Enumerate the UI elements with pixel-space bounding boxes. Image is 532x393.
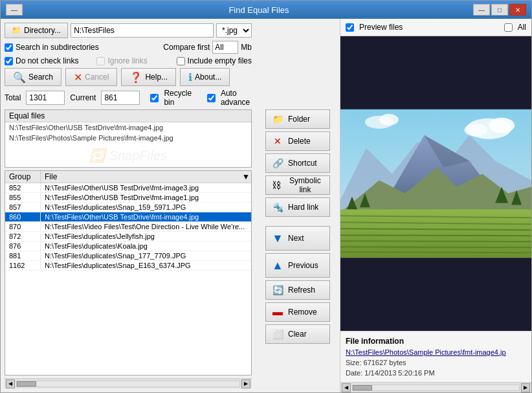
- scroll-right-arrow[interactable]: ▶: [241, 379, 250, 388]
- folder-action-icon: 📁: [271, 113, 284, 126]
- file-row-group: 857: [5, 203, 41, 212]
- file-info-panel: File information N:\TestFiles\Photos\Sam…: [340, 331, 531, 382]
- equal-files-header: Equal files: [5, 110, 251, 122]
- maximize-button[interactable]: □: [491, 4, 508, 16]
- scroll-left-arrow[interactable]: ◀: [6, 379, 15, 388]
- clear-icon: ⬜: [271, 328, 284, 341]
- file-row-path: N:\TestFiles\Other\USB TestDrive\fmt-ima…: [41, 193, 251, 202]
- svg-line-12: [340, 252, 531, 253]
- delete-icon: ✕: [271, 135, 284, 148]
- file-row[interactable]: 870 N:\TestFiles\Video Files\Test\One Di…: [5, 222, 251, 232]
- symbolic-link-button[interactable]: ⛓ Symbolic link: [265, 175, 330, 195]
- preview-scroll-right[interactable]: ▶: [521, 383, 530, 392]
- folder-icon: 📁: [12, 26, 21, 35]
- shortcut-icon: 🔗: [271, 157, 284, 170]
- previous-button[interactable]: ▲ Previous: [265, 253, 330, 278]
- minimize-button[interactable]: —: [6, 4, 23, 16]
- mb-label: Mb: [241, 43, 252, 52]
- snapfiles-watermark: 🔁 SnapFiles: [5, 143, 251, 167]
- search-subdirectories-label: Search in subdirectories: [16, 43, 99, 52]
- files-list-body[interactable]: 852 N:\TestFiles\Other\USB TestDrive\fmt…: [5, 183, 251, 375]
- auto-advance-checkbox[interactable]: [207, 94, 216, 102]
- file-row-group: 872: [5, 232, 41, 241]
- options-row-2: Do not check links Ignore links Include …: [5, 56, 252, 65]
- file-info-date: Date: 1/14/2013 5:20:16 PM: [346, 369, 526, 377]
- file-row-group: 852: [5, 183, 41, 192]
- file-row[interactable]: 855 N:\TestFiles\Other\USB TestDrive\fmt…: [5, 193, 251, 203]
- equal-files-panel: Equal files N:\TestFiles\Other\USB TestD…: [5, 109, 252, 168]
- about-button[interactable]: ℹ About...: [180, 68, 230, 86]
- file-info-size: Size: 671627 bytes: [346, 359, 526, 366]
- preview-image: [340, 36, 531, 331]
- svg-line-9: [340, 235, 531, 236]
- current-label: Current: [70, 93, 96, 102]
- preview-files-checkbox[interactable]: [346, 23, 354, 32]
- toolbar-row: 🔍 Search ✕ Cancel ❓ Help... ℹ About...: [5, 68, 252, 86]
- svg-point-19: [464, 124, 487, 137]
- include-empty-files-checkbox[interactable]: [177, 57, 185, 65]
- svg-point-21: [379, 114, 399, 126]
- all-checkbox[interactable]: [504, 23, 513, 32]
- search-button[interactable]: 🔍 Search: [5, 68, 61, 86]
- svg-point-18: [489, 118, 515, 133]
- scroll-track[interactable]: [16, 381, 240, 387]
- window-title: Find Equal Files: [45, 5, 473, 15]
- ignore-links-checkbox[interactable]: [96, 57, 105, 65]
- auto-advance-label: Auto advance: [221, 89, 252, 107]
- file-row[interactable]: 1162 N:\TestFiles\duplicates\Snap_E163_6…: [5, 261, 251, 271]
- hard-link-button[interactable]: 🔩 Hard link: [265, 197, 330, 217]
- equal-files-item-1[interactable]: N:\TestFiles\Photos\Sample Pictures\fmt-…: [5, 133, 251, 143]
- file-info-title: File information: [346, 337, 526, 346]
- directory-row: 📁 Directory... *.jpg: [5, 23, 252, 38]
- file-row[interactable]: 876 N:\TestFiles\duplicates\Koala.jpg: [5, 241, 251, 251]
- refresh-icon: 🔄: [271, 284, 284, 297]
- help-button[interactable]: ❓ Help...: [121, 68, 176, 86]
- file-row[interactable]: 881 N:\TestFiles\duplicates\Snap_177_770…: [5, 251, 251, 261]
- do-not-check-links-checkbox[interactable]: [5, 57, 13, 65]
- file-row-path: N:\TestFiles\duplicates\Snap_E163_6374.J…: [41, 261, 251, 270]
- shortcut-button[interactable]: 🔗 Shortcut: [265, 153, 330, 173]
- help-icon: ❓: [129, 71, 142, 84]
- file-row-group: 876: [5, 241, 41, 251]
- file-row[interactable]: 872 N:\TestFiles\duplicates\Jellyfish.jp…: [5, 232, 251, 241]
- search-subdirectories-checkbox[interactable]: [5, 43, 13, 52]
- extension-select[interactable]: *.jpg: [216, 23, 252, 38]
- file-row-path: N:\TestFiles\duplicates\Jellyfish.jpg: [41, 232, 251, 241]
- main-window: — Find Equal Files — □ ✕ 📁 Directory... …: [0, 0, 532, 393]
- recycle-bin-checkbox[interactable]: [150, 94, 159, 102]
- main-content: 📁 Directory... *.jpg Search in subdirect…: [1, 19, 531, 392]
- total-input[interactable]: [26, 91, 65, 105]
- right-panel: Preview files All: [340, 19, 531, 392]
- do-not-check-links-label: Do not check links: [16, 56, 78, 65]
- symbolic-link-icon: ⛓: [271, 179, 282, 192]
- left-panel: 📁 Directory... *.jpg Search in subdirect…: [1, 19, 256, 392]
- preview-scroll-track[interactable]: [352, 385, 520, 391]
- file-row-path: N:\TestFiles\duplicates\Koala.jpg: [41, 241, 251, 251]
- file-row-path: N:\TestFiles\Video Files\Test\One Direct…: [41, 222, 251, 231]
- file-row-group: 881: [5, 251, 41, 260]
- sort-icon[interactable]: ▼: [241, 171, 251, 183]
- preview-scroll-left[interactable]: ◀: [342, 383, 351, 392]
- cancel-button[interactable]: ✕ Cancel: [65, 68, 117, 86]
- file-row[interactable]: 860 N:\TestFiles\Other\USB TestDrive\fmt…: [5, 212, 251, 222]
- path-input[interactable]: [71, 23, 214, 38]
- file-row[interactable]: 857 N:\TestFiles\duplicates\Snap_159_597…: [5, 203, 251, 212]
- bottom-scrollbar[interactable]: ◀ ▶: [5, 378, 252, 388]
- directory-button[interactable]: 📁 Directory...: [5, 23, 68, 38]
- file-row[interactable]: 852 N:\TestFiles\Other\USB TestDrive\fmt…: [5, 183, 251, 193]
- file-row-group: 860: [5, 212, 41, 221]
- scroll-thumb: [17, 381, 36, 387]
- next-button[interactable]: ▼ Next: [265, 226, 330, 251]
- minimize-button[interactable]: —: [473, 4, 490, 16]
- clear-button[interactable]: ⬜ Clear: [265, 324, 330, 344]
- equal-files-item-0[interactable]: N:\TestFiles\Other\USB TestDrive\fmt-ima…: [5, 122, 251, 133]
- remove-button[interactable]: ▬ Remove: [265, 302, 330, 322]
- preview-scroll-thumb: [353, 385, 372, 390]
- current-input[interactable]: [101, 91, 140, 105]
- delete-button[interactable]: ✕ Delete: [265, 131, 330, 151]
- compare-first-input[interactable]: [212, 41, 238, 54]
- close-button[interactable]: ✕: [509, 4, 526, 16]
- refresh-button[interactable]: 🔄 Refresh: [265, 280, 330, 300]
- folder-button[interactable]: 📁 Folder: [265, 109, 330, 129]
- preview-bottom-scrollbar[interactable]: ◀ ▶: [340, 382, 531, 392]
